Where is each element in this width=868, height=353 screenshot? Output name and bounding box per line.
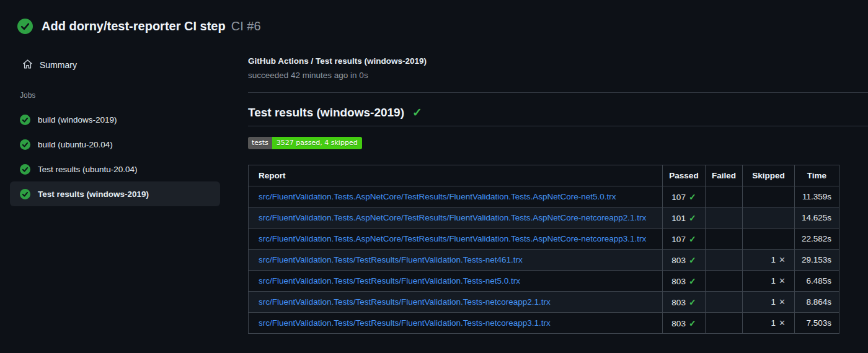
pass-check-icon: ✓ — [689, 318, 696, 328]
time-cell: 22.582s — [795, 229, 839, 250]
skipped-cell: 1✕ — [743, 250, 795, 271]
time-cell: 14.625s — [795, 207, 839, 229]
report-link[interactable]: src/FluentValidation.Tests/TestResults/F… — [259, 276, 520, 285]
job-label: build (windows-2019) — [38, 115, 117, 124]
column-header-time: Time — [795, 165, 839, 186]
test-results-table: ReportPassedFailedSkippedTime src/Fluent… — [248, 165, 839, 334]
divider — [248, 92, 868, 93]
table-header-row: ReportPassedFailedSkippedTime — [249, 165, 839, 186]
failed-cell — [706, 229, 743, 250]
report-link[interactable]: src/FluentValidation.Tests.AspNetCore/Te… — [259, 213, 646, 222]
check-suite-title: GitHub Actions / Test results (windows-2… — [248, 56, 868, 66]
skipped-cell: 1✕ — [743, 271, 795, 292]
report-cell: src/FluentValidation.Tests/TestResults/F… — [249, 292, 663, 313]
report-cell: src/FluentValidation.Tests.AspNetCore/Te… — [249, 207, 663, 229]
column-header-report: Report — [249, 165, 663, 186]
job-label: build (ubuntu-20.04) — [38, 140, 113, 149]
skip-x-icon: ✕ — [779, 297, 786, 307]
success-check-icon: ✓ — [412, 105, 422, 120]
passed-cell: 803✓ — [663, 313, 706, 334]
table-row: src/FluentValidation.Tests/TestResults/F… — [249, 292, 839, 313]
section-heading: Test results (windows-2019) ✓ — [248, 105, 868, 120]
table-row: src/FluentValidation.Tests.AspNetCore/Te… — [249, 186, 839, 207]
passed-cell: 107✓ — [663, 229, 706, 250]
failed-cell — [706, 207, 743, 229]
success-check-circle-icon — [20, 189, 30, 199]
pass-check-icon: ✓ — [689, 297, 696, 307]
sidebar: Summary Jobs build (windows-2019)build (… — [0, 50, 248, 206]
time-cell: 7.503s — [795, 313, 839, 334]
success-check-circle-icon — [20, 164, 30, 175]
run-header: Add dorny/test-reporter CI step CI #6 — [17, 19, 261, 34]
report-cell: src/FluentValidation.Tests/TestResults/F… — [249, 313, 663, 334]
section-heading-text: Test results (windows-2019) — [248, 106, 404, 120]
passed-cell: 803✓ — [663, 271, 706, 292]
passed-count: 803 — [671, 256, 686, 265]
job-label: Test results (ubuntu-20.04) — [38, 165, 138, 174]
failed-cell — [706, 292, 743, 313]
passed-cell: 107✓ — [663, 186, 706, 207]
passed-cell: 803✓ — [663, 250, 706, 271]
home-icon — [22, 59, 33, 71]
run-number: CI #6 — [231, 19, 261, 33]
sidebar-job-item[interactable]: Test results (ubuntu-20.04) — [10, 157, 220, 181]
passed-cell: 101✓ — [663, 207, 706, 229]
pass-check-icon: ✓ — [689, 234, 696, 244]
failed-cell — [706, 250, 743, 271]
sidebar-job-item[interactable]: Test results (windows-2019) — [10, 181, 220, 206]
time-cell: 6.485s — [795, 271, 839, 292]
report-link[interactable]: src/FluentValidation.Tests.AspNetCore/Te… — [259, 192, 616, 201]
failed-cell — [706, 271, 743, 292]
sidebar-job-item[interactable]: build (ubuntu-20.04) — [10, 132, 220, 157]
table-row: src/FluentValidation.Tests.AspNetCore/Te… — [249, 207, 839, 229]
column-header-failed: Failed — [706, 165, 743, 186]
skipped-count: 1 — [771, 255, 776, 264]
jobs-list: build (windows-2019)build (ubuntu-20.04)… — [0, 107, 248, 206]
report-cell: src/FluentValidation.Tests.AspNetCore/Te… — [249, 186, 663, 207]
skip-x-icon: ✕ — [779, 318, 786, 328]
passed-count: 803 — [671, 277, 686, 286]
badge-value: 3527 passed, 4 skipped — [272, 137, 362, 149]
passed-count: 803 — [671, 298, 686, 307]
skipped-count: 1 — [771, 276, 776, 285]
sidebar-job-item[interactable]: build (windows-2019) — [10, 107, 220, 132]
jobs-section-label: Jobs — [20, 91, 248, 100]
column-header-passed: Passed — [663, 165, 706, 186]
passed-count: 107 — [671, 235, 686, 244]
success-check-circle-icon — [20, 139, 30, 150]
skipped-cell: 1✕ — [743, 292, 795, 313]
table-header: ReportPassedFailedSkippedTime — [249, 165, 839, 186]
report-cell: src/FluentValidation.Tests/TestResults/F… — [249, 250, 663, 271]
report-table-body: src/FluentValidation.Tests.AspNetCore/Te… — [249, 186, 839, 334]
skipped-count: 1 — [771, 297, 776, 307]
tests-status-badge: tests 3527 passed, 4 skipped — [248, 137, 362, 149]
table-row: src/FluentValidation.Tests.AspNetCore/Te… — [249, 229, 839, 250]
report-cell: src/FluentValidation.Tests/TestResults/F… — [249, 271, 663, 292]
skip-x-icon: ✕ — [779, 276, 786, 285]
report-link[interactable]: src/FluentValidation.Tests/TestResults/F… — [259, 297, 551, 307]
pass-check-icon: ✓ — [689, 276, 696, 286]
sidebar-item-summary[interactable]: Summary — [22, 56, 248, 74]
pass-check-icon: ✓ — [689, 192, 696, 202]
passed-count: 101 — [671, 214, 686, 223]
success-check-circle-icon — [20, 115, 30, 125]
check-status-text: succeeded 42 minutes ago in 0s — [248, 71, 868, 80]
skipped-cell: 1✕ — [743, 313, 795, 334]
skipped-count: 1 — [771, 318, 776, 328]
table-row: src/FluentValidation.Tests/TestResults/F… — [249, 313, 839, 334]
passed-count: 107 — [671, 193, 686, 202]
passed-count: 803 — [671, 319, 686, 328]
skipped-cell — [743, 229, 795, 250]
workflow-run-page: Add dorny/test-reporter CI step CI #6 Su… — [0, 0, 868, 353]
job-label: Test results (windows-2019) — [38, 190, 149, 199]
success-check-circle-icon — [17, 19, 33, 34]
skipped-cell — [743, 207, 795, 229]
badge-label: tests — [248, 137, 272, 149]
divider — [248, 126, 868, 126]
report-link[interactable]: src/FluentValidation.Tests.AspNetCore/Te… — [259, 234, 646, 243]
pass-check-icon: ✓ — [689, 213, 696, 223]
skipped-cell — [743, 186, 795, 207]
report-link[interactable]: src/FluentValidation.Tests/TestResults/F… — [259, 318, 551, 328]
failed-cell — [706, 186, 743, 207]
report-link[interactable]: src/FluentValidation.Tests/TestResults/F… — [259, 255, 523, 264]
